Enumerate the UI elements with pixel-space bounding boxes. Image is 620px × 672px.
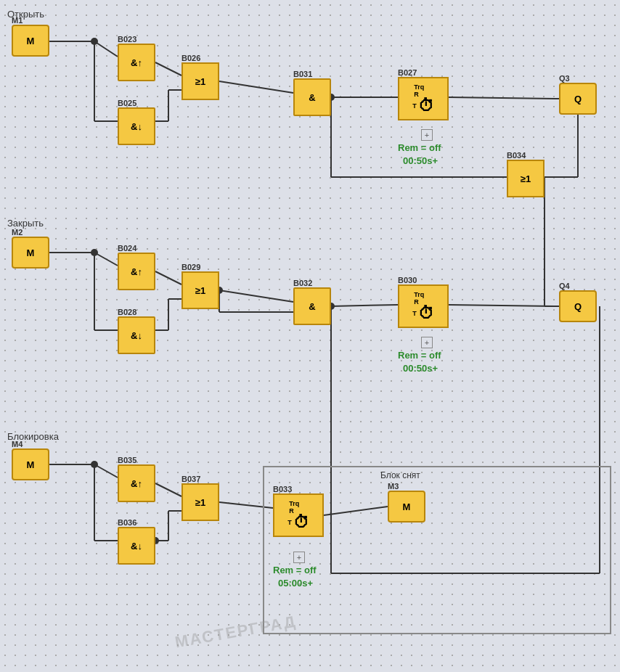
expand-B030[interactable]: +	[421, 337, 433, 348]
block-B034: ≥1	[507, 160, 544, 197]
block-Q4-sublabel: Q4	[559, 282, 570, 290]
block-B026: ≥1	[181, 62, 219, 100]
time-text-1: 00:50s+	[403, 155, 438, 166]
time-text-3: 05:00s+	[278, 578, 313, 589]
block-B028: &↓	[118, 316, 155, 354]
block-B037: ≥1	[181, 483, 219, 521]
block-B037-sublabel: B037	[181, 475, 200, 483]
block-M1: M	[12, 25, 49, 57]
rem-text-3: Rem = off	[273, 565, 317, 575]
expand-B033[interactable]: +	[293, 552, 305, 563]
svg-line-26	[219, 290, 293, 302]
block-B031: &	[293, 78, 331, 116]
block-Q3-sublabel: Q3	[559, 74, 570, 83]
block-M3: M	[388, 491, 425, 523]
block-B023: &↑	[118, 44, 155, 81]
block-B025-sublabel: B025	[118, 99, 136, 107]
block-Q4: Q	[559, 290, 597, 322]
svg-line-41	[155, 483, 181, 496]
block-M1-sublabel: M1	[12, 16, 23, 25]
time-text-2: 00:50s+	[403, 363, 438, 374]
block-B023-sublabel: B023	[118, 35, 136, 44]
block-B036: &↓	[118, 527, 155, 565]
svg-line-19	[94, 253, 118, 266]
svg-line-38	[94, 464, 118, 478]
block-B029: ≥1	[181, 271, 219, 309]
block-B034-sublabel: B034	[507, 151, 526, 160]
blok-sniat-outline	[263, 466, 611, 634]
block-B027-sublabel: B027	[398, 68, 417, 77]
svg-point-18	[91, 249, 98, 256]
block-B032-sublabel: B032	[293, 279, 312, 287]
block-B031-sublabel: B031	[293, 70, 312, 78]
blok-sniat-label: Блок снят	[380, 470, 420, 480]
rem-text-2: Rem = off	[398, 350, 441, 361]
block-B029-sublabel: B029	[181, 263, 200, 271]
block-B035-sublabel: B035	[118, 456, 136, 464]
block-B032: &	[293, 287, 331, 325]
expand-B027[interactable]: +	[421, 129, 433, 141]
diagram-canvas: Открыть Закрыть Блокировка M M1 &↑ B023 …	[0, 0, 620, 672]
svg-point-1	[91, 38, 98, 45]
block-B033: Trq R T ⏱	[273, 493, 324, 537]
block-B030: Trq R T ⏱	[398, 284, 449, 328]
block-M2-sublabel: M2	[12, 228, 23, 237]
block-M4: M	[12, 448, 49, 480]
svg-line-14	[449, 97, 559, 99]
block-B027: Trq R T ⏱	[398, 77, 449, 120]
block-M4-sublabel: M4	[12, 440, 23, 448]
svg-line-22	[155, 271, 181, 284]
svg-line-30	[331, 305, 398, 306]
block-M3-sublabel: M3	[388, 482, 399, 491]
block-B033-sublabel: B033	[273, 485, 292, 493]
block-M2: M	[12, 237, 49, 269]
svg-point-37	[91, 461, 98, 468]
block-B025: &↓	[118, 107, 155, 145]
block-B024-sublabel: B024	[118, 244, 136, 253]
svg-line-33	[449, 305, 559, 306]
block-B036-sublabel: B036	[118, 518, 136, 527]
block-Q3: Q	[559, 83, 597, 115]
block-B028-sublabel: B028	[118, 308, 136, 316]
block-B035: &↑	[118, 464, 155, 502]
watermark: МАСТЕРГРАД	[174, 612, 298, 652]
svg-line-9	[219, 81, 293, 93]
block-B030-sublabel: B030	[398, 276, 417, 284]
rem-text-1: Rem = off	[398, 142, 441, 153]
svg-line-2	[94, 41, 118, 57]
block-B024: &↑	[118, 253, 155, 290]
block-B026-sublabel: B026	[181, 54, 200, 62]
section-close-label: Закрыть	[7, 218, 44, 229]
svg-line-5	[155, 62, 181, 75]
